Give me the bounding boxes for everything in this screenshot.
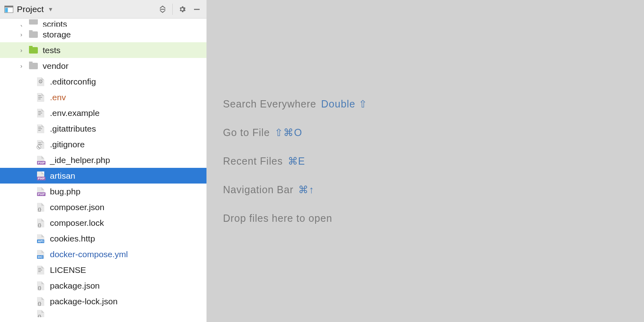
tree-item-label: cookies.http: [50, 234, 95, 244]
hide-icon[interactable]: [190, 3, 203, 16]
tree-file[interactable]: ›⚙.editorconfig: [0, 74, 206, 89]
gear-icon[interactable]: [176, 3, 189, 16]
json-file-icon: {}: [35, 281, 46, 291]
tree-file[interactable]: ›PHPartisan: [0, 168, 206, 184]
tree-file[interactable]: ›{}package.json: [0, 278, 206, 293]
svg-rect-1: [5, 6, 13, 7]
svg-rect-2: [5, 8, 8, 12]
tree-file[interactable]: ›{}composer.json: [0, 199, 206, 215]
json-file-icon: {}: [35, 296, 46, 307]
tree-item-label: .editorconfig: [50, 77, 96, 87]
text-file-icon: [35, 265, 46, 275]
tree-file[interactable]: ›.env: [0, 89, 206, 105]
tree-item-label: .gitattributes: [50, 124, 96, 134]
scroll-from-source-icon[interactable]: [156, 3, 169, 16]
text-file-icon: [35, 124, 46, 134]
editor-hint: Go to File⇧⌘O: [223, 127, 367, 138]
tree-file[interactable]: ›{}composer.lock: [0, 215, 206, 231]
tree-item-label: package.json: [50, 281, 100, 291]
tree-file[interactable]: ›PHPbug.php: [0, 184, 206, 199]
folder-icon: [28, 45, 39, 56]
editor-hint: Drop files here to open: [223, 213, 367, 224]
tree-file[interactable]: ›DCdocker-compose.yml: [0, 246, 206, 262]
php-file-icon: PHP: [35, 171, 46, 181]
tree-item-label: tests: [43, 45, 60, 55]
hint-label: Search Everywhere: [223, 98, 316, 110]
gitignore-file-icon: [35, 139, 46, 150]
tree-item-label: .env.example: [50, 108, 99, 118]
json-file-icon: {}: [35, 309, 46, 317]
tree-file[interactable]: ›.gitattributes: [0, 121, 206, 136]
editor-empty-state[interactable]: Search EverywhereDouble ⇧Go to File⇧⌘ORe…: [207, 0, 644, 322]
tree-item-label: scripts: [43, 19, 67, 27]
tree-item-label: composer.json: [50, 202, 104, 212]
expand-arrow-icon[interactable]: ›: [17, 31, 26, 38]
folder-icon: [28, 19, 39, 27]
expand-arrow-icon[interactable]: ›: [17, 47, 26, 54]
tree-item-label: package-lock.json: [50, 297, 118, 306]
tree-item-label: vendor: [43, 61, 68, 71]
tool-window-title[interactable]: Project: [17, 4, 44, 14]
json-file-icon: {}: [35, 218, 46, 228]
tree-file[interactable]: ›LICENSE: [0, 262, 206, 278]
tree-file[interactable]: ›{}: [0, 309, 206, 317]
tree-item-label: docker-compose.yml: [50, 250, 128, 259]
tree-file[interactable]: ›.gitignore: [0, 136, 206, 152]
tool-window-header: Project ▼: [0, 0, 206, 19]
docker-compose-file-icon: DC: [35, 249, 46, 260]
tree-item-label: LICENSE: [50, 265, 86, 275]
tree-item-label: artisan: [50, 171, 75, 181]
hint-shortcut: Double ⇧: [321, 98, 367, 110]
http-file-icon: API: [35, 233, 46, 244]
hint-label: Go to File: [223, 127, 270, 138]
chevron-down-icon[interactable]: ▼: [48, 6, 54, 12]
config-file-icon: ⚙: [35, 76, 46, 87]
tree-item-label: composer.lock: [50, 218, 104, 228]
text-file-icon: [35, 108, 46, 118]
php-file-icon: PHP: [35, 186, 46, 197]
tree-folder[interactable]: ›tests: [0, 42, 206, 58]
hint-shortcut: ⇧⌘O: [275, 127, 302, 138]
editor-hints: Search EverywhereDouble ⇧Go to File⇧⌘ORe…: [223, 98, 367, 224]
tree-folder[interactable]: ›storage: [0, 27, 206, 42]
tree-item-label: storage: [43, 30, 71, 39]
editor-hint: Search EverywhereDouble ⇧: [223, 98, 367, 110]
json-file-icon: {}: [35, 202, 46, 213]
hint-label: Navigation Bar: [223, 184, 293, 196]
editor-hint: Navigation Bar⌘↑: [223, 184, 367, 196]
hint-shortcut: ⌘E: [288, 155, 305, 167]
text-file-icon: [35, 92, 46, 103]
tree-file[interactable]: ›{}package-lock.json: [0, 293, 206, 309]
expand-arrow-icon[interactable]: ›: [17, 62, 26, 69]
tree-item-label: bug.php: [50, 187, 80, 196]
divider: [172, 4, 173, 15]
tree-folder[interactable]: ›scripts: [0, 19, 206, 27]
tree-item-label: _ide_helper.php: [50, 155, 110, 165]
tree-file[interactable]: ›.env.example: [0, 105, 206, 121]
editor-hint: Recent Files⌘E: [223, 155, 367, 167]
project-tree[interactable]: ›scripts›storage›tests›vendor›⚙.editorco…: [0, 19, 206, 322]
hint-label: Drop files here to open: [223, 213, 332, 224]
tool-window-icon: [4, 5, 14, 13]
tree-folder[interactable]: ›vendor: [0, 58, 206, 74]
expand-arrow-icon[interactable]: ›: [17, 22, 26, 27]
tree-item-label: .env: [50, 93, 66, 102]
php-file-icon: PHP: [35, 155, 46, 165]
svg-rect-4: [194, 9, 200, 10]
hint-shortcut: ⌘↑: [298, 184, 314, 196]
tree-item-label: .gitignore: [50, 140, 85, 149]
folder-icon: [28, 29, 39, 40]
project-tool-window: Project ▼ ›scripts›storage›tests›vendor›…: [0, 0, 207, 322]
hint-label: Recent Files: [223, 155, 283, 167]
folder-icon: [28, 61, 39, 71]
tree-file[interactable]: ›APIcookies.http: [0, 231, 206, 246]
tree-file[interactable]: ›PHP_ide_helper.php: [0, 152, 206, 168]
